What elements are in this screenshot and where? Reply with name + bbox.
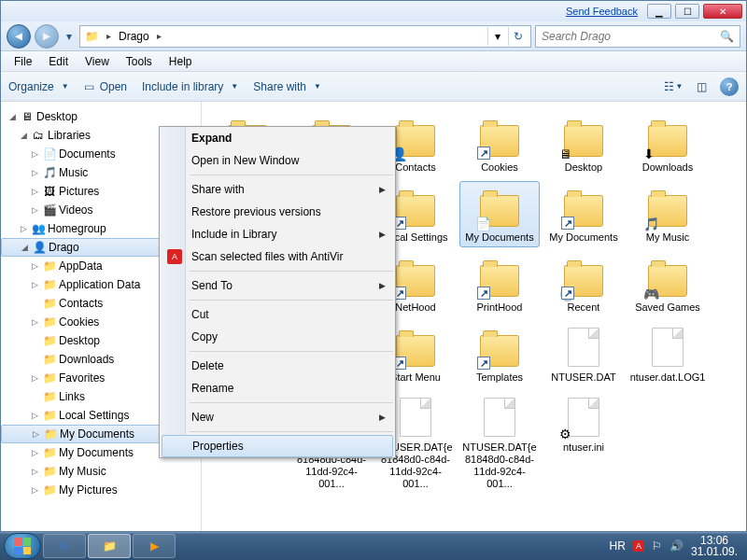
item-label: Recent <box>568 301 600 314</box>
refresh-button[interactable]: ↻ <box>508 27 527 46</box>
ctx-copy[interactable]: Copy <box>160 326 395 348</box>
nav-desktop[interactable]: ◢🖥Desktop <box>1 107 201 126</box>
search-icon[interactable]: 🔍 <box>720 30 734 43</box>
file-item[interactable]: ⬇Downloads <box>627 111 708 177</box>
ctx-expand[interactable]: Expand <box>160 127 395 149</box>
breadcrumb-folder[interactable]: Drago <box>119 30 149 43</box>
tray-lang[interactable]: HR <box>610 539 626 553</box>
item-label: Saved Games <box>635 301 700 314</box>
ie-icon: e <box>61 538 69 554</box>
folder-icon: 📁 <box>42 483 57 497</box>
file-icon <box>393 395 438 440</box>
ctx-cut[interactable]: Cut <box>160 303 395 326</box>
shortcut-icon: ↗ <box>477 147 490 160</box>
file-item[interactable]: ⚙ntuser.ini <box>543 391 624 494</box>
folder-icon: ↗ <box>561 185 606 230</box>
breadcrumb-chevron[interactable]: ▸ <box>103 31 115 41</box>
tray-action-icon[interactable]: ⚐ <box>652 539 662 553</box>
file-icon <box>645 325 690 370</box>
folder-icon: 📁 <box>42 371 57 385</box>
doc-icon: 📄 <box>42 147 57 161</box>
open-button[interactable]: ▭Open <box>84 80 127 93</box>
breadcrumb-chevron[interactable]: ▸ <box>153 31 165 41</box>
forward-button[interactable]: ► <box>35 24 59 49</box>
nav-my-pictures[interactable]: ▷📁My Pictures <box>1 481 201 499</box>
ctx-restore-previous[interactable]: Restore previous versions <box>160 201 395 223</box>
file-item[interactable]: 🕘↗Recent <box>543 251 624 317</box>
minimize-button[interactable]: ▁ <box>647 4 671 19</box>
file-item[interactable]: NTUSER.DAT <box>543 321 624 387</box>
titlebar: Send Feedback ▁ ☐ ✕ <box>1 1 746 21</box>
preview-pane-button[interactable]: ◫ <box>692 77 711 96</box>
folder-icon: 📁 <box>42 445 57 460</box>
ctx-include-library[interactable]: Include in Library▶ <box>160 223 395 245</box>
item-label: ntuser.ini <box>563 441 604 454</box>
ctx-share-with[interactable]: Share with▶ <box>160 178 395 201</box>
ctx-scan-antivir[interactable]: AScan selected files with AntiVir <box>160 245 395 268</box>
file-item[interactable]: 🖥Desktop <box>543 111 624 177</box>
share-button[interactable]: Share with▼ <box>253 80 321 93</box>
menu-view[interactable]: View <box>78 53 117 70</box>
send-feedback-link[interactable]: Send Feedback <box>566 6 638 17</box>
file-item[interactable]: NTUSER.DAT{e81848d0-c84d-11dd-92c4-001..… <box>459 391 540 494</box>
shortcut-icon: ↗ <box>477 357 490 370</box>
explorer-icon: 📁 <box>103 539 117 553</box>
file-item[interactable]: 🎵My Music <box>627 181 708 247</box>
menu-edit[interactable]: Edit <box>41 53 76 70</box>
file-item[interactable]: ↗Cookies <box>459 111 540 177</box>
item-label: Cookies <box>481 161 518 174</box>
open-icon: ▭ <box>84 80 94 93</box>
folder-icon: 📁 <box>42 315 57 329</box>
organize-button[interactable]: Organize▼ <box>8 80 69 93</box>
file-item[interactable]: ↗My Documents <box>543 181 624 247</box>
taskbar-ie[interactable]: e <box>43 534 86 558</box>
antivir-icon: A <box>167 249 182 264</box>
system-tray[interactable]: HR A ⚐ 🔊 13:0631.01.09. <box>610 535 743 557</box>
menu-file[interactable]: File <box>7 53 39 70</box>
shortcut-icon: ↗ <box>477 287 490 300</box>
ctx-delete[interactable]: Delete <box>160 355 395 377</box>
user-icon: 👤 <box>32 240 47 255</box>
maximize-button[interactable]: ☐ <box>675 4 699 19</box>
file-item[interactable]: ↗PrintHood <box>459 251 540 317</box>
file-item[interactable]: 🎮Saved Games <box>627 251 708 317</box>
tray-clock[interactable]: 13:0631.01.09. <box>691 535 738 557</box>
taskbar-explorer[interactable]: 📁 <box>88 534 131 558</box>
folder-icon: ↗ <box>477 255 522 300</box>
search-input[interactable] <box>542 30 714 43</box>
nav-my-music[interactable]: ▷📁My Music <box>1 462 201 481</box>
submenu-icon: ▶ <box>379 281 386 290</box>
close-button[interactable]: ✕ <box>703 4 742 19</box>
address-dropdown[interactable]: ▾ <box>487 27 506 46</box>
menu-help[interactable]: Help <box>162 53 200 70</box>
nav-toolbar: ◄ ► ▾ 📁 ▸ Drago ▸ ▾ ↻ 🔍 <box>1 21 746 51</box>
search-box[interactable]: 🔍 <box>535 25 740 48</box>
help-icon: ? <box>720 77 739 96</box>
item-label: ntuser.dat.LOG1 <box>630 371 706 384</box>
file-item[interactable]: ntuser.dat.LOG1 <box>627 321 708 387</box>
back-button[interactable]: ◄ <box>7 24 31 49</box>
folder-icon: ↗ <box>393 185 438 230</box>
ctx-send-to[interactable]: Send To▶ <box>160 274 395 297</box>
item-label: Desktop <box>565 161 602 174</box>
tray-antivir-icon[interactable]: A <box>633 540 644 552</box>
ctx-new[interactable]: New▶ <box>160 406 395 428</box>
ctx-properties[interactable]: Properties <box>162 435 393 457</box>
folder-icon: ↗ <box>477 325 522 370</box>
include-library-button[interactable]: Include in library▼ <box>142 80 238 93</box>
taskbar-media[interactable]: ▶ <box>133 534 176 558</box>
pictures-icon: 🖼 <box>42 184 57 199</box>
menu-tools[interactable]: Tools <box>119 53 160 70</box>
start-button[interactable] <box>4 533 41 559</box>
tray-volume-icon[interactable]: 🔊 <box>669 539 684 553</box>
submenu-icon: ▶ <box>379 185 386 194</box>
file-item[interactable]: ↗Templates <box>459 321 540 387</box>
file-item[interactable]: 📄My Documents <box>459 181 540 247</box>
ctx-rename[interactable]: Rename <box>160 377 395 399</box>
submenu-icon: ▶ <box>379 230 386 239</box>
address-bar[interactable]: 📁 ▸ Drago ▸ ▾ ↻ <box>79 25 531 48</box>
ctx-open-new-window[interactable]: Open in New Window <box>160 149 395 172</box>
view-button[interactable]: ☷ ▼ <box>664 77 683 96</box>
help-button[interactable]: ? <box>720 77 739 96</box>
nav-history-dropdown[interactable]: ▾ <box>63 28 76 45</box>
